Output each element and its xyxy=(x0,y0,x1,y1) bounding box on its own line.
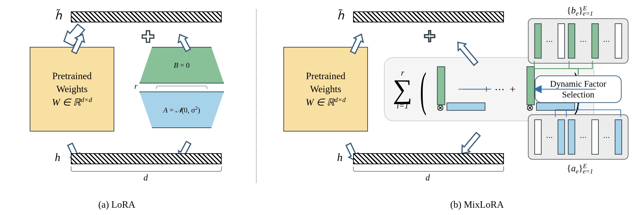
connector-svg xyxy=(0,0,644,215)
